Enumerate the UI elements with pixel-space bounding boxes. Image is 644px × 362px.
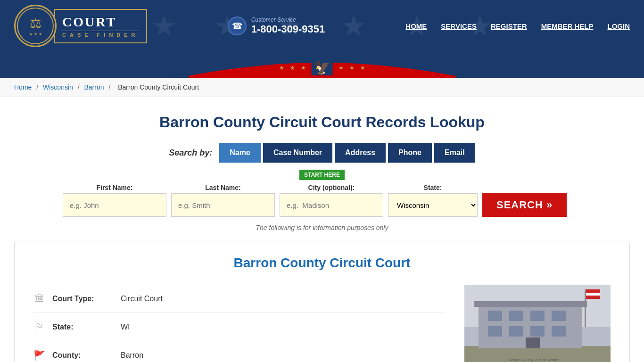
main-nav: HOME SERVICES REGISTER MEMBER HELP LOGIN [405, 22, 630, 30]
breadcrumb-county[interactable]: Barron [84, 83, 104, 91]
star-right-1: ★ [339, 65, 344, 71]
svg-rect-11 [530, 326, 545, 337]
info-card-content: 🏛 Court Type: Circuit Court 🏳 State: WI … [33, 285, 611, 362]
city-field: City (optional): [280, 184, 383, 217]
breadcrumb-state[interactable]: Wisconsin [43, 83, 73, 91]
logo-text: COURT CASE FINDER [54, 9, 147, 43]
city-input[interactable] [280, 193, 383, 217]
site-header: ★ ★ ★ ★ ★ ★ ⚖ ★ ★ ★ COURT CASE FINDER ☎ … [0, 0, 644, 52]
svg-rect-16 [586, 289, 600, 293]
last-name-input[interactable] [171, 193, 275, 217]
nav-register[interactable]: REGISTER [491, 22, 527, 30]
svg-rect-13 [526, 337, 540, 348]
tab-address[interactable]: Address [335, 143, 386, 163]
breadcrumb-sep-2: / [78, 83, 82, 91]
court-type-label: Court Type: [52, 295, 114, 303]
search-form-row: First Name: Last Name: City (optional): … [63, 184, 581, 217]
page-title: Barron County Circuit Court Records Look… [14, 114, 630, 131]
phone-text: Customer Service 1-800-309-9351 [251, 16, 325, 35]
court-type-value: Circuit Court [121, 295, 163, 303]
banner-area: ★ ★ ★ 🦅 ★ ★ ★ [0, 52, 644, 78]
eagle-icon: 🦅 [312, 60, 333, 75]
last-name-label: Last Name: [171, 184, 275, 191]
star-left-3: ★ [301, 65, 306, 71]
last-name-field: Last Name: [171, 184, 275, 217]
tab-name[interactable]: Name [219, 143, 261, 163]
search-section: Search by: Name Case Number Address Phon… [14, 143, 630, 231]
logo-badge: ⚖ ★ ★ ★ [14, 5, 57, 47]
main-content: Barron County Circuit Court Records Look… [0, 97, 644, 362]
state-select[interactable]: Wisconsin [388, 193, 478, 217]
start-here-badge: START HERE [299, 170, 345, 180]
star-right-3: ★ [360, 65, 365, 71]
breadcrumb-home[interactable]: Home [14, 83, 32, 91]
court-building-svg: Barron County Justice Center [464, 285, 611, 362]
phone-area: ☎ Customer Service 1-800-309-9351 [228, 16, 325, 35]
svg-rect-4 [474, 301, 587, 307]
logo[interactable]: ⚖ ★ ★ ★ COURT CASE FINDER [14, 5, 147, 47]
customer-service-label: Customer Service [251, 16, 325, 23]
nav-login[interactable]: LOGIN [607, 22, 630, 30]
svg-rect-10 [509, 326, 523, 337]
building-icon: 🏛 [33, 293, 45, 304]
svg-rect-5 [488, 311, 502, 321]
breadcrumb-sep-1: / [36, 83, 40, 91]
search-button[interactable]: SEARCH » [482, 193, 567, 217]
star-left-1: ★ [279, 65, 284, 71]
scales-icon: ⚖ [30, 16, 41, 31]
logo-court-text: COURT [62, 15, 139, 30]
tab-email[interactable]: Email [434, 143, 475, 163]
nav-home[interactable]: HOME [405, 22, 427, 30]
logo-case-finder-text: CASE FINDER [62, 31, 139, 38]
star-right-2: ★ [349, 65, 355, 71]
location-icon: 🚩 [33, 350, 45, 361]
phone-number: 1-800-309-9351 [251, 23, 325, 35]
svg-text:Barron County Justice Center: Barron County Justice Center [509, 358, 559, 362]
first-name-label: First Name: [63, 184, 166, 191]
state-label: State: [388, 184, 478, 191]
phone-icon: ☎ [228, 16, 247, 35]
info-details: 🏛 Court Type: Circuit Court 🏳 State: WI … [33, 285, 446, 362]
svg-rect-9 [488, 326, 502, 337]
court-building-image: Barron County Justice Center [464, 285, 611, 362]
form-wrapper: START HERE First Name: Last Name: City (… [63, 170, 581, 217]
svg-rect-12 [552, 326, 566, 337]
county-value: Barron [121, 351, 143, 360]
court-type-row: 🏛 Court Type: Circuit Court [33, 285, 446, 313]
state-field: State: Wisconsin [388, 184, 478, 217]
info-card-title: Barron County Circuit Court [33, 255, 611, 271]
tab-phone[interactable]: Phone [388, 143, 432, 163]
state-info-value: WI [121, 323, 130, 331]
search-by-label: Search by: [169, 148, 212, 158]
flag-icon: 🏳 [33, 321, 45, 332]
county-label: County: [52, 351, 114, 360]
svg-rect-7 [530, 311, 545, 321]
tab-case-number[interactable]: Case Number [263, 143, 332, 163]
svg-rect-14 [585, 289, 586, 327]
breadcrumb: Home / Wisconsin / Barron / Barron Count… [0, 78, 644, 97]
star-left-2: ★ [290, 65, 295, 71]
state-info-label: State: [52, 323, 114, 331]
svg-rect-6 [509, 311, 523, 321]
first-name-input[interactable] [63, 193, 166, 217]
breadcrumb-current: Barron County Circuit Court [118, 83, 199, 91]
search-by-row: Search by: Name Case Number Address Phon… [14, 143, 630, 163]
breadcrumb-sep-3: / [108, 83, 112, 91]
first-name-field: First Name: [63, 184, 166, 217]
svg-rect-8 [552, 311, 566, 321]
nav-member-help[interactable]: MEMBER HELP [541, 22, 594, 30]
state-row: 🏳 State: WI [33, 313, 446, 341]
city-label: City (optional): [280, 184, 383, 191]
disclaimer: The following is for information purpose… [14, 224, 630, 231]
svg-rect-17 [586, 293, 600, 296]
court-image: Barron County Justice Center [464, 285, 611, 362]
svg-rect-18 [586, 296, 600, 299]
info-card: Barron County Circuit Court 🏛 Court Type… [14, 241, 630, 362]
banner-eagle-row: ★ ★ ★ 🦅 ★ ★ ★ [279, 60, 365, 75]
county-row: 🚩 County: Barron [33, 341, 446, 362]
nav-services[interactable]: SERVICES [441, 22, 477, 30]
